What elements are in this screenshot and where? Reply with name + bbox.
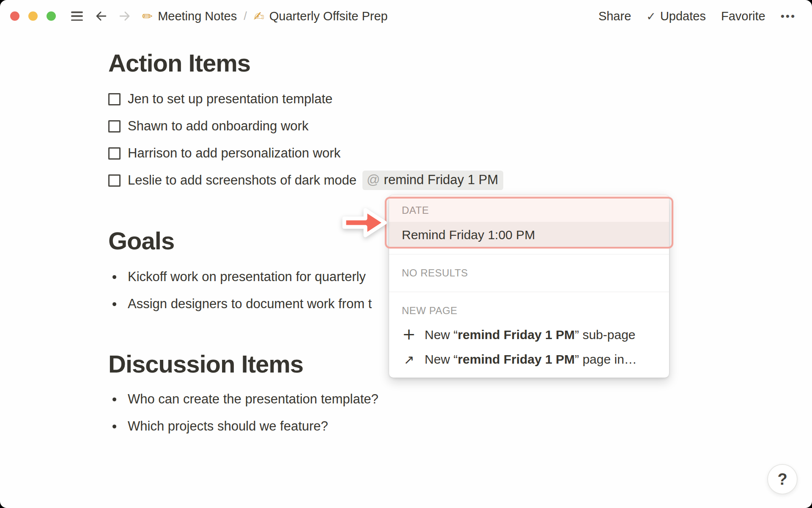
traffic-lights (10, 11, 56, 21)
updates-label: Updates (660, 9, 706, 23)
no-results-label: NO RESULTS (402, 267, 468, 279)
new-subpage-option[interactable]: + New “remind Friday 1 PM” sub-page (389, 323, 669, 347)
updates-button[interactable]: ✓ Updates (646, 9, 706, 23)
todo-checkbox[interactable] (108, 174, 121, 187)
share-label: Share (598, 9, 631, 23)
topbar-actions: Share ✓ Updates Favorite ••• (598, 9, 796, 23)
todo-text[interactable]: Leslie to add screenshots of dark mode (128, 173, 357, 188)
breadcrumb-current-page[interactable]: Quarterly Offsite Prep (269, 9, 388, 23)
todo-list: Jen to set up presentation template Shaw… (108, 86, 503, 194)
writing-hand-emoji-icon: ✍ (254, 9, 264, 24)
todo-row: Shawn to add onboarding work (108, 113, 503, 140)
todo-checkbox[interactable] (108, 147, 121, 160)
todo-text[interactable]: Harrison to add personalization work (128, 146, 340, 161)
list-item-text[interactable]: Assign designers to document work from t (128, 296, 372, 312)
favorite-button[interactable]: Favorite (721, 9, 765, 23)
list-item: Who can create the presentation template… (108, 386, 379, 413)
new-page-label: NEW PAGE (402, 305, 656, 317)
favorite-label: Favorite (721, 9, 765, 23)
at-sign-icon: @ (367, 172, 380, 188)
back-arrow-icon[interactable] (95, 10, 107, 22)
todo-row: Jen to set up presentation template (108, 86, 503, 113)
new-page-in-text: New “remind Friday 1 PM” page in… (425, 352, 637, 367)
bullet-icon (108, 302, 121, 306)
annotation-arrow-icon (341, 205, 390, 240)
date-section-label: DATE (402, 204, 429, 216)
minimize-button[interactable] (28, 11, 38, 21)
date-mention-token[interactable]: @ remind Friday 1 PM (362, 171, 503, 190)
mention-query-text: remind Friday 1 PM (384, 172, 498, 188)
todo-row: Harrison to add personalization work (108, 140, 503, 167)
list-item: Which projects should we feature? (108, 413, 379, 440)
share-button[interactable]: Share (598, 9, 631, 23)
plus-icon: + (402, 326, 416, 342)
topbar: ✏ Meeting Notes / ✍ Quarterly Offsite Pr… (0, 0, 812, 32)
discussion-items-heading: Discussion Items (108, 352, 303, 376)
app-window: ✏ Meeting Notes / ✍ Quarterly Offsite Pr… (0, 0, 812, 508)
no-results-section: NO RESULTS (389, 254, 669, 292)
action-items-heading: Action Items (108, 51, 250, 75)
todo-checkbox[interactable] (108, 120, 121, 133)
date-section: DATE Remind Friday 1:00 PM (389, 195, 669, 248)
close-button[interactable] (10, 11, 19, 21)
list-item-text[interactable]: Which projects should we feature? (128, 419, 328, 434)
more-options-button[interactable]: ••• (781, 10, 796, 23)
list-item-text[interactable]: Who can create the presentation template… (128, 392, 379, 407)
mention-suggestion-popup: DATE Remind Friday 1:00 PM NO RESULTS NE… (389, 195, 669, 378)
pencil-emoji-icon: ✏ (142, 9, 153, 24)
forward-arrow-icon[interactable] (118, 10, 131, 22)
arrow-up-right-icon: ↗ (402, 352, 416, 367)
breadcrumb-meeting-notes[interactable]: Meeting Notes (158, 9, 237, 23)
hamburger-menu-icon[interactable] (71, 11, 83, 21)
discussion-list: Who can create the presentation template… (108, 386, 379, 440)
todo-text[interactable]: Shawn to add onboarding work (128, 119, 308, 134)
help-button[interactable]: ? (767, 464, 798, 494)
bullet-icon (108, 425, 121, 428)
breadcrumb: ✏ Meeting Notes / ✍ Quarterly Offsite Pr… (142, 9, 388, 24)
check-icon: ✓ (646, 10, 656, 23)
todo-text[interactable]: Jen to set up presentation template (128, 91, 332, 107)
new-subpage-text: New “remind Friday 1 PM” sub-page (425, 328, 636, 342)
new-page-section: NEW PAGE + New “remind Friday 1 PM” sub-… (389, 292, 669, 378)
remind-date-option[interactable]: Remind Friday 1:00 PM (389, 222, 669, 248)
goals-heading: Goals (108, 229, 174, 253)
zoom-button[interactable] (47, 11, 56, 21)
new-page-in-option[interactable]: ↗ New “remind Friday 1 PM” page in… (389, 347, 669, 372)
breadcrumb-separator: / (244, 10, 247, 23)
list-item-text[interactable]: Kickoff work on presentation for quarter… (128, 269, 366, 284)
todo-checkbox[interactable] (108, 93, 121, 105)
bullet-icon (108, 398, 121, 401)
bullet-icon (108, 275, 121, 279)
todo-row: Leslie to add screenshots of dark mode @… (108, 167, 503, 194)
